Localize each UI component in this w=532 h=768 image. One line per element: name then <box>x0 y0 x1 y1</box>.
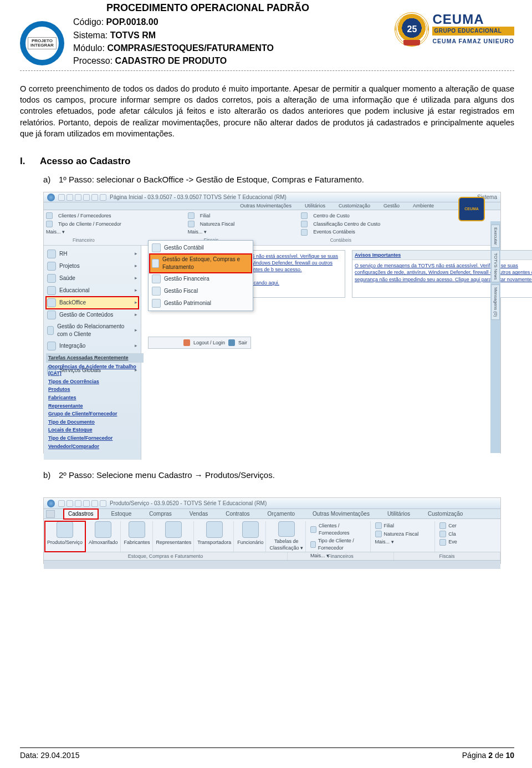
sidebar-item-integracao[interactable]: Integração▸ <box>46 340 139 352</box>
dock-tab[interactable]: TOTVS News <box>491 250 499 283</box>
ribbon-funcionario[interactable]: Funcionário <box>235 521 266 552</box>
rib-item[interactable]: Tipo de Cliente / Fornecedor <box>318 537 367 551</box>
tab-estoque[interactable]: Estoque <box>107 509 136 519</box>
avisos-panel: Avisos Importantes O serviço de mensagen… <box>352 250 532 298</box>
quick-access-toolbar[interactable] <box>58 194 106 201</box>
chevron-right-icon: ▸ <box>135 299 137 306</box>
centro-custo-icon[interactable] <box>301 212 308 219</box>
rib-group-label: Contábeis <box>301 237 380 244</box>
document-header: PROJETO INTEGRAR PROCEDIMENTO OPERACIONA… <box>20 0 514 68</box>
tab-cadastros[interactable]: Cadastros <box>64 509 98 519</box>
ribbon-fabricantes[interactable]: Fabricantes <box>122 521 153 552</box>
modulo-value: COMPRAS/ESTOQUES/FATURAMENTO <box>107 43 273 53</box>
rib-foot-label: Financeiros <box>288 552 394 560</box>
sidebar-item-rh[interactable]: RH▸ <box>46 248 139 260</box>
rib-item[interactable]: Clientes / Fornecedores <box>58 212 111 220</box>
recent-link[interactable]: Vendedor/Comprador <box>46 443 144 451</box>
tab-outras[interactable]: Outras Movimentações <box>308 509 374 519</box>
orb-icon[interactable] <box>47 500 55 507</box>
ss1-tab[interactable]: Outras Movimentações <box>240 202 291 210</box>
sidebar-item-backoffice[interactable]: BackOffice▸ <box>46 297 139 309</box>
sidebar-item-educacional[interactable]: Educacional▸ <box>46 284 139 297</box>
tipo-icon[interactable] <box>46 221 53 227</box>
sidebar-item-crm[interactable]: Gestão do Relacionamento com o Cliente▸ <box>46 321 139 340</box>
sidebar-item-conteudos[interactable]: Gestão de Conteúdos▸ <box>46 309 139 321</box>
rib-item[interactable]: Clientes / Fornecedores <box>319 522 367 536</box>
ribbon-transportadora[interactable]: Transportadora <box>195 521 234 552</box>
ribbon-produto-servico[interactable]: Produto/Serviço <box>45 521 85 552</box>
submenu-gestao-fiscal[interactable]: Gestão Fiscal <box>150 285 252 297</box>
avisos-body[interactable]: O serviço de mensagens da TOTVS não está… <box>352 260 532 284</box>
filial-icon[interactable] <box>188 212 195 219</box>
recent-link[interactable]: Locais de Estoque <box>46 426 144 434</box>
tab-vendas[interactable]: Vendas <box>185 509 212 519</box>
recent-link[interactable]: Tipo de Cliente/Fornecedor <box>46 434 144 443</box>
ss2-titlebar: Produto/Serviço - 03.9.0520 - TOTVS Séri… <box>44 498 500 509</box>
clients-icon[interactable] <box>46 212 53 219</box>
quick-access-toolbar[interactable] <box>58 500 106 507</box>
rib-item[interactable]: Eve <box>448 538 457 546</box>
rib-item[interactable]: Mais... ▾ <box>375 538 394 546</box>
rib-item[interactable]: Natureza Fiscal <box>384 531 419 538</box>
intro-paragraph: O correto preenchimento de todos os dado… <box>20 83 514 139</box>
eventos-icon[interactable] <box>301 229 308 236</box>
sidebar-item-projetos[interactable]: Projetos▸ <box>46 260 139 272</box>
tab-orcamento[interactable]: Orçamento <box>263 509 299 519</box>
ss1-tab[interactable]: Ambiente <box>413 202 434 210</box>
step-b-text: 2º Passo: Selecione menu Cadastro → Prod… <box>59 469 275 481</box>
tab-contratos[interactable]: Contratos <box>221 509 254 519</box>
rib-item[interactable]: Cer <box>448 522 457 530</box>
sistema-label: Sistema: <box>73 30 110 40</box>
recent-link[interactable]: Representante <box>46 402 144 410</box>
exit-icon <box>228 339 235 346</box>
ribbon-representantes[interactable]: Representantes <box>154 521 195 552</box>
rib-item[interactable]: Eventos Contábeis <box>313 228 355 236</box>
rib-item[interactable]: Centro de Custo <box>313 212 350 220</box>
rib-item[interactable]: Filial <box>200 212 211 220</box>
rib-item[interactable]: Tipo de Cliente / Fornecedor <box>58 221 121 228</box>
rib-item[interactable]: Mais... ▾ <box>46 228 65 236</box>
ribbon-almoxarifado[interactable]: Almoxarifado <box>86 521 121 552</box>
recent-link[interactable]: Ocorrências de Acidente de Trabalho (CAT… <box>46 363 144 378</box>
ribbon-tabelas-class[interactable]: Tabelas de Classificação ▾ <box>267 521 306 552</box>
recent-link[interactable]: Tipo de Documento <box>46 418 144 426</box>
rib-item[interactable]: Classificação Centro de Custo <box>313 221 380 228</box>
module-icon <box>47 274 56 283</box>
submenu-gestao-estoque[interactable]: Gestão de Estoque, Compras e Faturamento <box>150 254 252 273</box>
footer-date-value: 29.04.2015 <box>40 751 79 760</box>
rib-item[interactable]: Natureza Fiscal <box>200 221 235 228</box>
tab-utilitarios[interactable]: Utilitários <box>383 509 415 519</box>
logout-icon <box>183 339 190 346</box>
logout-button[interactable]: Logout / Login <box>193 339 225 347</box>
rib-item[interactable]: Filial <box>384 522 395 530</box>
chevron-right-icon: ▸ <box>135 327 137 334</box>
recent-link[interactable]: Tipos de Ocorrências <box>46 378 144 386</box>
submenu-gestao-financeira[interactable]: Gestão Financeira <box>150 273 252 285</box>
tab-customizacao[interactable]: Customização <box>423 509 467 519</box>
chevron-right-icon: ▸ <box>135 274 137 282</box>
rib-foot-label: Estoque, Compras e Faturamento <box>44 552 288 560</box>
ss1-tab[interactable]: Customização <box>339 202 370 210</box>
tab-compras[interactable]: Compras <box>145 509 176 519</box>
natureza-icon[interactable] <box>188 221 195 227</box>
recent-link[interactable]: Produtos <box>46 385 144 394</box>
app-menu-icon[interactable] <box>46 510 55 518</box>
submenu-gestao-contabil[interactable]: Gestão Contábil <box>150 242 252 254</box>
class-cc-icon[interactable] <box>301 221 308 227</box>
sair-button[interactable]: Sair <box>238 339 247 347</box>
backoffice-submenu: Gestão Contábil Gestão de Estoque, Compr… <box>148 240 253 311</box>
orb-icon[interactable] <box>47 194 55 201</box>
recent-link[interactable]: Grupo de Cliente/Fornecedor <box>46 410 144 418</box>
rib-item[interactable]: Cla <box>448 531 456 538</box>
dock-tab[interactable]: Mensagens (0) <box>491 284 499 319</box>
submenu-gestao-patrimonial[interactable]: Gestão Patrimonial <box>150 297 252 309</box>
ss1-tab[interactable]: Gestão <box>383 202 400 210</box>
dock-tab[interactable]: Executar <box>491 225 499 248</box>
sidebar-item-saude[interactable]: Saúde▸ <box>46 272 139 284</box>
rib-item[interactable]: Mais... ▾ <box>188 228 207 236</box>
recent-link[interactable]: Fabricantes <box>46 394 144 402</box>
anniversary-emblem-icon: 25 <box>395 12 429 47</box>
tvs-msg[interactable]: TVS não está acessível. Verifique se sua… <box>245 253 338 272</box>
step-a-letter: a) <box>43 174 53 185</box>
ss1-tab[interactable]: Utilitários <box>305 202 325 210</box>
